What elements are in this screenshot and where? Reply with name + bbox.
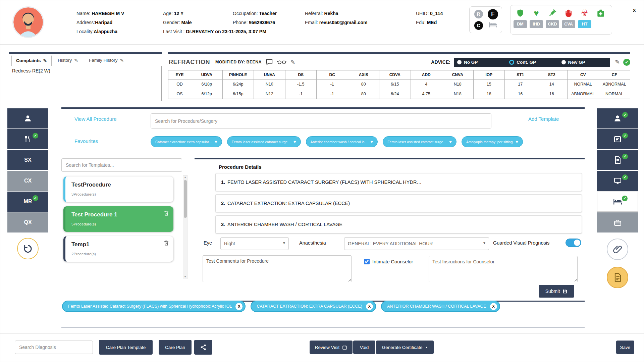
sidebar-item-briefcase[interactable] [597,212,638,232]
favourite-pill[interactable]: Femto laser assisted cataract surge... ♥ [383,136,457,147]
favourite-pill[interactable]: Femto laser assisted cataract surge... ♥ [227,136,301,147]
procedure-item-1[interactable]: 1. FEMTO LASER ASSISTED CATARACT SURGERY… [215,173,582,191]
flag-r-badge[interactable]: R [474,10,483,18]
favourite-pill-label: Femto laser assisted cataract surge... [387,140,446,144]
template-card-test-procedure-1[interactable]: Test Procedure 1 5Procedure(s) [63,206,173,232]
favourite-pill[interactable]: Cataract extraction: extra capsular... ♥ [151,136,222,147]
condition-badge-ihd[interactable]: IHD [530,20,543,28]
add-template-link[interactable]: Add Template [528,116,559,122]
tab-family-history[interactable]: Family History ✎ [84,54,128,66]
procedure-search-input[interactable] [151,113,491,128]
sidebar-item-admission[interactable]: ✓ [597,192,638,212]
heart-icon[interactable]: ♥ [370,139,373,144]
glasses-icon[interactable] [277,60,286,64]
condition-badge-cva[interactable]: CVA [562,20,575,28]
share-button[interactable] [194,340,212,355]
selected-procedure-chip[interactable]: ANTERIOR CHAMBER WASH / CORTICAL LAVAGE … [381,301,500,312]
edit-refraction-icon[interactable]: ✎ [290,59,295,65]
os-eye: OS [168,89,191,99]
radio-no-gp-dot[interactable] [457,60,462,64]
generate-certificate-button[interactable]: Generate Certificate ▲ [376,341,434,354]
scroll-down-arrow[interactable]: ▼ [183,275,187,279]
first-aid-kit-icon[interactable] [593,7,609,19]
delete-template-icon[interactable] [163,210,169,218]
condition-badge-ht[interactable]: HT [578,20,591,28]
procedure-comments-textarea[interactable]: Test Comments for Procedure [203,255,352,282]
favourites-link[interactable]: Favourites [74,138,98,144]
sidebar-item-sx[interactable]: SX [7,150,48,170]
view-all-procedure-link[interactable]: View All Procedure [74,116,117,122]
template-card-testprocedure[interactable]: TestProcedure 3Procedure(s) [63,176,173,202]
sidebar-item-report[interactable]: ✓ [597,150,638,170]
flag-f-badge[interactable]: F [488,9,498,19]
radio-cont-gp[interactable]: Cont. GP [506,60,558,65]
templates-scrollbar[interactable]: ▲ ▼ [183,175,187,279]
sidebar-item-qx[interactable]: QX [7,212,48,232]
heart-icon[interactable]: ♥ [215,139,217,144]
heart-icon[interactable]: ♥ [516,139,518,144]
radio-cont-gp-dot[interactable] [509,60,514,65]
sidebar-item-patient[interactable] [7,108,48,128]
sidebar-item-prescription[interactable]: ✓ [597,129,638,149]
radio-no-gp[interactable]: No GP [454,60,506,65]
tab-complaints[interactable]: Complaints ✎ [11,55,52,66]
guarded-visual-prognosis-toggle[interactable] [566,239,581,247]
remove-procedure-icon[interactable]: X [235,303,243,310]
condition-badge-dm[interactable]: DM [514,20,527,28]
bed-flag-icon[interactable] [489,20,497,31]
save-button[interactable]: Save [616,341,634,354]
sidebar-item-billing[interactable]: ✓ [597,171,638,191]
anaesthesia-select[interactable]: GENERAL: EVERY ADDITIONAL HOUR [344,237,489,250]
shield-icon[interactable] [512,7,528,19]
template-card-temp1[interactable]: Temp1 2Procedure(s) [63,236,173,262]
eye-select[interactable]: Right [220,237,289,250]
counselor-instructions-textarea[interactable]: Test Insructions for Counselor [429,256,578,282]
diagnosis-search-input[interactable] [15,341,93,354]
heart-icon[interactable]: ♥ [449,139,452,144]
close-button[interactable]: x [633,7,636,13]
sidebar-item-patient-summary[interactable]: ✓ [597,108,638,128]
selected-procedure-chip[interactable]: CATARACT EXTRACTION: EXTRA CAPSULAR (ECC… [251,301,376,312]
edit-history-icon[interactable]: ✎ [74,58,78,63]
edit-advice-icon[interactable]: ✎ [615,59,620,65]
right-sidebar: ✓ ✓ ✓ ✓ ✓ [597,108,638,288]
care-plan-template-button[interactable]: Care Plan Template [99,340,153,355]
radio-new-gp-dot[interactable] [561,60,566,64]
remove-procedure-icon[interactable]: X [366,303,373,310]
sidebar-item-mr[interactable]: MR ✓ [7,192,48,212]
scroll-up-arrow[interactable]: ▲ [183,175,187,179]
complaints-text[interactable]: Redness-RE(2 W) [9,66,162,101]
edit-complaints-icon[interactable]: ✎ [43,58,47,63]
case-sheet-button[interactable] [607,267,628,288]
procedure-item-3[interactable]: 3. ANTERIOR CHAMBER WASH / CORTICAL LAVA… [215,215,582,234]
selected-procedure-chip[interactable]: Femto Laser Assisted Cataract Surgery (F… [62,301,246,312]
care-plan-button[interactable]: Care Plan [159,340,192,355]
procedure-item-2[interactable]: 2. CATARACT EXTRACTION: EXTRA CAPSULAR (… [215,194,582,212]
template-search-input[interactable] [61,158,182,172]
hand-icon[interactable] [560,7,577,19]
review-visit-button[interactable]: Review Visit [310,341,353,354]
remove-procedure-icon[interactable]: X [490,303,497,310]
intimate-counselor-checkbox[interactable] [364,259,370,264]
radio-new-gp[interactable]: New GP [558,60,610,65]
heart-icon[interactable]: ♥ [528,7,544,19]
sidebar-item-cx[interactable]: CX [7,171,48,191]
tab-history[interactable]: History ✎ [53,54,83,66]
delete-template-icon[interactable] [163,240,169,248]
void-button[interactable]: Void [353,341,375,354]
sidebar-item-diet[interactable]: ✓ [7,129,48,149]
heart-icon[interactable]: ♥ [293,139,296,144]
condition-badge-ckd[interactable]: CKD [546,20,559,28]
phone-label: Phone: [233,20,248,25]
attachments-button[interactable] [607,239,628,260]
favourite-pill[interactable]: Amblyopia therapy: per sitting ♥ [462,136,523,147]
scrollbar-thumb[interactable] [184,180,187,218]
flag-c-badge[interactable]: C [474,21,483,30]
favourite-pill[interactable]: Anterior chamber wash / cortical la... ♥ [306,136,378,147]
syringe-icon[interactable] [544,7,560,19]
edit-family-history-icon[interactable]: ✎ [120,58,124,63]
comment-icon[interactable] [266,58,273,66]
visit-history-button[interactable] [17,238,39,259]
biohazard-icon[interactable]: ☣ [577,7,593,19]
submit-button[interactable]: Submit [539,285,574,298]
